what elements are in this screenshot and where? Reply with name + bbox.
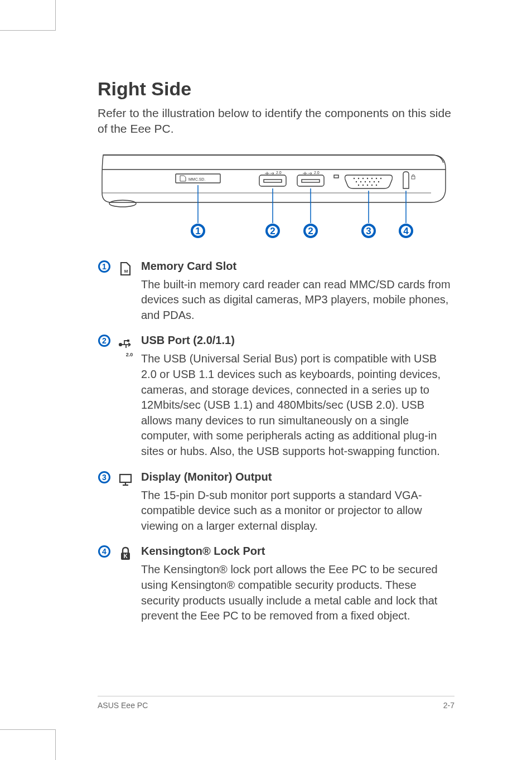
device-right-side-diagram: MMC.SD. 2.0 2.0 1 2 2 3 4 xyxy=(98,149,454,244)
svg-text:1: 1 xyxy=(102,262,107,271)
diagram-callout-2b: 2 xyxy=(303,224,318,238)
svg-point-57 xyxy=(119,343,122,346)
svg-rect-7 xyxy=(302,180,320,182)
item-number-badge: 3 xyxy=(98,471,111,484)
svg-rect-59 xyxy=(127,340,129,342)
svg-point-2 xyxy=(109,200,136,207)
svg-rect-27 xyxy=(412,176,415,179)
svg-text:1: 1 xyxy=(195,226,200,236)
usb-version-label: 2.0 xyxy=(118,352,141,357)
item-number-badge: 2 xyxy=(98,334,111,347)
item-number-badge: 1 xyxy=(98,260,111,273)
diagram-callout-1: 1 xyxy=(191,224,205,238)
crop-mark-bottom-left xyxy=(0,729,56,760)
svg-text:2: 2 xyxy=(102,336,107,345)
svg-rect-6 xyxy=(297,175,324,186)
svg-rect-63 xyxy=(120,475,131,482)
diagram-callout-4: 4 xyxy=(399,224,413,238)
svg-text:2.0: 2.0 xyxy=(276,171,282,175)
svg-rect-4 xyxy=(259,175,286,186)
feature-item: 2 2.0 USB Port (2.0/1.1) The USB (Univer… xyxy=(98,334,454,459)
footer-left: ASUS Eee PC xyxy=(98,701,148,710)
svg-point-22 xyxy=(358,184,359,185)
page-content: Right Side Refer to the illustration bel… xyxy=(98,78,454,635)
svg-rect-5 xyxy=(264,180,282,182)
svg-point-15 xyxy=(380,177,381,178)
svg-point-23 xyxy=(362,184,364,185)
page-footer: ASUS Eee PC 2-7 xyxy=(98,696,454,710)
item-title: Kensington® Lock Port xyxy=(141,545,454,558)
svg-point-16 xyxy=(356,181,357,182)
svg-text:M: M xyxy=(124,269,128,274)
svg-text:K: K xyxy=(123,553,128,559)
svg-point-11 xyxy=(362,177,364,178)
item-body: The USB (Universal Serial Bus) port is c… xyxy=(141,351,454,459)
svg-point-17 xyxy=(360,181,361,182)
svg-text:3: 3 xyxy=(102,473,107,482)
svg-text:4: 4 xyxy=(102,547,107,556)
lock-icon: K xyxy=(118,554,133,563)
item-title: Memory Card Slot xyxy=(141,260,454,273)
feature-list: 1 M Memory Card Slot The built-in memory… xyxy=(98,260,454,624)
svg-text:2.0: 2.0 xyxy=(314,171,320,175)
svg-point-13 xyxy=(371,177,373,178)
item-body: The 15-pin D-sub monitor port supports a… xyxy=(141,488,454,534)
svg-point-24 xyxy=(367,184,368,185)
monitor-icon xyxy=(118,480,133,489)
svg-point-20 xyxy=(374,181,375,182)
feature-item: 3 Display (Monitor) Output The 15-pin D-… xyxy=(98,471,454,534)
svg-rect-8 xyxy=(334,175,338,178)
svg-text:2: 2 xyxy=(308,226,313,236)
svg-point-21 xyxy=(378,181,379,182)
svg-point-12 xyxy=(367,177,368,178)
feature-item: 1 M Memory Card Slot The built-in memory… xyxy=(98,260,454,323)
svg-text:4: 4 xyxy=(403,226,409,236)
svg-point-10 xyxy=(358,177,359,178)
svg-point-19 xyxy=(369,181,370,182)
svg-point-14 xyxy=(376,177,377,178)
item-body: The Kensington® lock port allows the Eee… xyxy=(141,562,454,623)
svg-point-18 xyxy=(365,181,366,182)
section-intro: Refer to the illustration below to ident… xyxy=(98,105,454,137)
feature-item: 4 K Kensington® Lock Port The Kensington… xyxy=(98,545,454,623)
usb-icon xyxy=(118,343,133,352)
item-title: Display (Monitor) Output xyxy=(141,471,454,483)
svg-point-26 xyxy=(376,184,377,185)
crop-mark-top-left xyxy=(0,0,56,31)
svg-text:2: 2 xyxy=(270,226,275,236)
section-title: Right Side xyxy=(98,78,454,100)
svg-point-25 xyxy=(371,184,373,185)
svg-point-9 xyxy=(354,177,355,178)
item-title: USB Port (2.0/1.1) xyxy=(141,334,454,347)
diagram-callout-2a: 2 xyxy=(265,224,280,238)
memory-card-icon: M xyxy=(118,269,133,278)
diagram-mmc-label: MMC.SD. xyxy=(188,177,205,181)
svg-text:3: 3 xyxy=(366,226,371,236)
item-number-badge: 4 xyxy=(98,545,111,558)
diagram-callout-3: 3 xyxy=(361,224,376,238)
item-body: The built-in memory card reader can read… xyxy=(141,277,454,323)
footer-right: 2-7 xyxy=(443,701,454,710)
